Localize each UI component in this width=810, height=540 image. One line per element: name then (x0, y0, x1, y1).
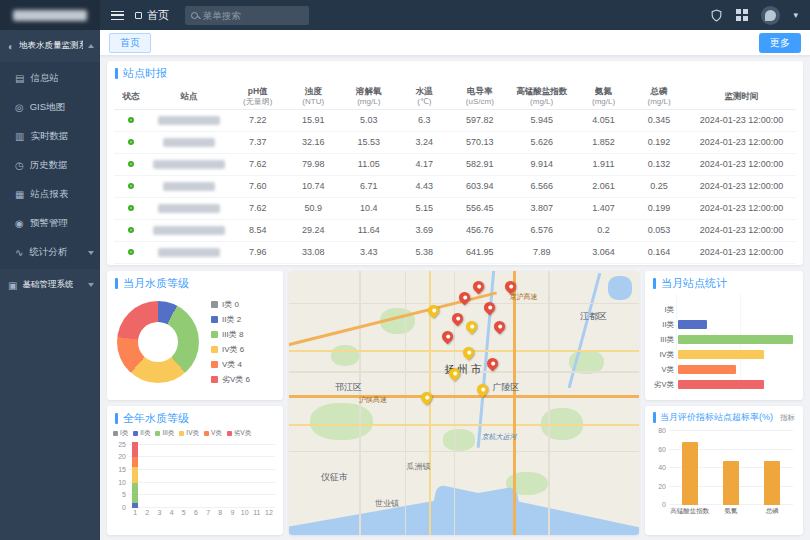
stacked-bar[interactable] (132, 442, 138, 508)
table-row[interactable]: 8.5429.2411.643.69456.766.5760.20.053202… (114, 219, 796, 241)
map-marker-yellow[interactable] (464, 318, 480, 334)
table-row[interactable]: 7.6279.9811.054.17582.919.9141.9110.1322… (114, 153, 796, 175)
bar[interactable] (678, 335, 793, 344)
bar[interactable] (723, 461, 739, 505)
search-input[interactable] (203, 10, 293, 21)
menu-search[interactable] (185, 6, 309, 25)
bar[interactable] (678, 365, 736, 374)
stacked-bar[interactable] (266, 442, 272, 508)
legend-swatch (179, 431, 184, 436)
stacked-bar[interactable] (205, 442, 211, 508)
sidebar-item[interactable]: ▤信息站 (0, 64, 100, 93)
bar-slot (166, 442, 178, 508)
legend-item[interactable]: II类 2 (211, 313, 250, 326)
legend-swatch (211, 301, 218, 308)
bar[interactable] (764, 461, 780, 505)
legend-item[interactable]: 劣V类 (227, 429, 251, 438)
sidebar-item[interactable]: ▥实时数据 (0, 122, 100, 151)
overrate-chart[interactable]: 020406080 (669, 431, 793, 505)
legend-item[interactable]: IV类 (179, 429, 199, 438)
alert-icon: ◉ (15, 218, 24, 229)
legend-item[interactable]: III类 8 (211, 328, 250, 341)
stacked-bar[interactable] (217, 442, 223, 508)
legend-swatch (155, 431, 160, 436)
map-road (454, 271, 456, 535)
stacked-bar[interactable] (229, 442, 235, 508)
axis-tick: 25 (113, 441, 126, 448)
axis-tick: 1 (129, 509, 141, 516)
stacked-bar[interactable] (156, 442, 162, 508)
sidebar-root-water-system[interactable]: ◐ 地表水质量监测系统 (0, 30, 100, 62)
map-marker-red[interactable] (450, 311, 466, 327)
value-cell: 3.807 (508, 197, 576, 219)
map-marker-yellow[interactable] (418, 390, 434, 406)
table-row[interactable]: 7.3732.1615.533.24570.135.6261.8520.1922… (114, 131, 796, 153)
map-park-area (310, 403, 373, 440)
value-cell: 7.37 (230, 131, 286, 153)
grid-icon[interactable] (736, 9, 748, 21)
bar[interactable] (682, 442, 698, 505)
value-cell: 0.164 (631, 241, 687, 263)
map-label: 江都区 (580, 309, 607, 322)
chevron-down-icon[interactable]: ▾ (793, 10, 798, 20)
settings-icon: ▣ (8, 280, 17, 291)
sidebar-item[interactable]: ◷历史数据 (0, 151, 100, 180)
column-header: 溶解氧(mg/L) (341, 84, 397, 109)
legend-item[interactable]: V类 4 (211, 358, 250, 371)
yearly-stacked-chart[interactable]: 0510152025 (129, 442, 275, 508)
status-dot (128, 205, 134, 211)
sidebar-item[interactable]: ∿统计分析 (0, 238, 100, 267)
legend-item[interactable]: IV类 6 (211, 343, 250, 356)
value-cell: 603.94 (452, 175, 508, 197)
axis-tick: 4 (166, 509, 178, 516)
table-row[interactable]: 7.6010.746.714.43603.946.5662.0610.25202… (114, 175, 796, 197)
legend-item[interactable]: I类 (113, 429, 128, 438)
sidebar-item[interactable]: ▦站点报表 (0, 180, 100, 209)
breadcrumb-item[interactable]: 首页 (147, 8, 169, 23)
sidebar-item[interactable]: ◉预警管理 (0, 209, 100, 238)
value-cell: 0.192 (631, 131, 687, 153)
map-marker-yellow[interactable] (460, 345, 476, 361)
stacked-bar[interactable] (181, 442, 187, 508)
realtime-icon: ▥ (15, 131, 24, 142)
avatar[interactable] (761, 6, 780, 25)
table-row[interactable]: 7.6250.910.45.15556.453.8071.4070.199202… (114, 197, 796, 219)
shield-icon[interactable] (710, 9, 723, 22)
bar-track (678, 350, 793, 359)
legend-item[interactable]: II类 (133, 429, 150, 438)
legend-label: V类 4 (222, 359, 242, 370)
value-cell: 0.053 (631, 219, 687, 241)
value-cell: 79.98 (285, 153, 341, 175)
bar[interactable] (678, 320, 707, 329)
sidebar-item[interactable]: ◎GIS地图 (0, 93, 100, 122)
stacked-bar[interactable] (169, 442, 175, 508)
legend-item[interactable]: 劣V类 6 (211, 373, 250, 386)
axis-tick: 8 (214, 509, 226, 516)
bar[interactable] (678, 380, 764, 389)
bar-slot (214, 442, 226, 508)
report-icon: ▦ (15, 189, 24, 200)
stacked-bar[interactable] (254, 442, 260, 508)
sidebar-toggle-button[interactable] (100, 0, 135, 30)
axis-tick: 10 (113, 479, 126, 486)
donut-chart[interactable] (117, 301, 199, 383)
bar[interactable] (678, 350, 764, 359)
axis-tick: 0 (653, 501, 666, 508)
table-row[interactable]: 7.2215.915.036.3597.825.9454.0510.345202… (114, 109, 796, 131)
axis-tick: 5 (178, 509, 190, 516)
table-row[interactable]: 7.9633.083.435.38641.957.893.0640.164202… (114, 241, 796, 263)
map-marker-red[interactable] (439, 329, 455, 345)
stacked-bar[interactable] (193, 442, 199, 508)
stacked-bar[interactable] (144, 442, 150, 508)
gis-map[interactable]: 扬州市江都区邗江区广陵区仪征市瓜洲镇世业镇沪陕高速京沪高速京杭大运河 (289, 271, 639, 535)
map-marker-red[interactable] (492, 318, 508, 334)
tab-home[interactable]: 首页 (109, 33, 151, 53)
legend-item[interactable]: III类 (155, 429, 174, 438)
sidebar-root-base-system[interactable]: ▣ 基础管理系统 (0, 269, 100, 301)
map-marker-red[interactable] (471, 279, 487, 295)
more-button[interactable]: 更多 (759, 33, 801, 53)
stacked-bar[interactable] (242, 442, 248, 508)
legend-item[interactable]: V类 (204, 429, 222, 438)
time-cell: 2024-01-23 12:00:00 (687, 241, 796, 263)
legend-item[interactable]: I类 0 (211, 298, 250, 311)
